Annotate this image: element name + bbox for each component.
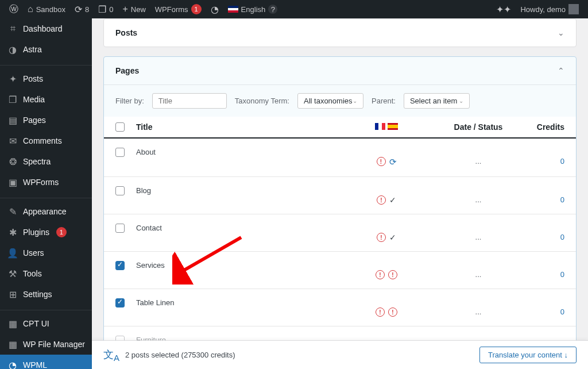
uk-flag-icon [228,6,238,13]
chevron-up-icon: ⌃ [558,66,564,75]
row-title[interactable]: About [136,148,156,156]
filter-bar: Filter by: Taxonomy Term: All taxonomies… [104,84,576,117]
taxonomy-select[interactable]: All taxonomies⌄ [297,93,363,109]
needs-translation-icon[interactable]: ! [388,308,397,317]
table-row: Services ! ! ... 0 [104,252,576,289]
menu-users[interactable]: 👤Users [0,243,92,263]
astra-icon: ◑ [7,44,18,55]
menu-settings[interactable]: ⊞Settings [0,284,92,305]
posts-panel-toggle[interactable]: Posts ⌄ [104,19,576,47]
posts-panel: Posts ⌄ [103,18,577,47]
menu-appearance[interactable]: ✎Appearance [0,201,92,222]
table-row: Blog ! ✓ ... 0 [104,177,576,214]
parent-select[interactable]: Select an item⌄ [404,93,470,109]
wp file manager-icon: ▦ [7,339,18,350]
needs-translation-icon[interactable]: ! [377,233,386,242]
pages-table: Title Date / Status Credits About ! ⟳ ..… [104,117,576,355]
row-title[interactable]: Blog [136,186,151,195]
row-status: ... [438,270,519,279]
menu-pages[interactable]: ▤Pages [0,110,92,130]
row-status: ... [438,195,519,204]
row-credits: 0 [519,270,564,279]
menu-dashboard[interactable]: ⌗Dashboard [0,18,92,39]
cpt ui-icon: ▦ [7,318,18,329]
select-all-checkbox[interactable] [115,122,125,132]
row-credits: 0 [519,308,564,316]
spectra-icon: ❂ [7,156,18,167]
row-credits: 0 [519,157,564,166]
selection-summary: 2 posts selected (275300 credits) [125,351,235,359]
admin-sidebar: ⌗Dashboard◑Astra✦Posts❐Media▤Pages✉Comme… [0,18,92,369]
menu-comments[interactable]: ✉Comments [0,130,92,151]
pages-panel-title: Pages [115,66,139,75]
howdy-user[interactable]: Howdy, demo [516,0,583,18]
wpml-bar[interactable]: ◔ [206,0,223,18]
users-icon: 👤 [7,247,18,259]
row-checkbox[interactable] [115,148,125,157]
row-checkbox[interactable] [115,261,125,270]
comments-count[interactable]: ❐0 [94,0,118,18]
footer-bar: 文A 2 posts selected (275300 credits) Tra… [92,340,588,369]
row-status: ... [438,157,519,166]
menu-wpml[interactable]: ◔WPML [0,355,92,369]
filter-title-input[interactable] [152,93,227,109]
new-content[interactable]: +New [118,0,150,18]
menu-media[interactable]: ❐Media [0,89,92,110]
menu-wpforms[interactable]: ▣WPForms [0,172,92,193]
needs-translation-icon[interactable]: ! [377,157,386,166]
parent-label: Parent: [372,97,396,105]
col-credits-header[interactable]: Credits [519,122,564,132]
menu-tools[interactable]: ⚒Tools [0,263,92,284]
site-name[interactable]: ⌂Sandbox [23,0,70,18]
wp-logo[interactable]: ⓦ [5,0,23,18]
check-icon[interactable]: ✓ [389,195,396,205]
needs-translation-icon[interactable]: ! [377,195,386,205]
menu-plugins[interactable]: ✱Plugins1 [0,222,92,243]
row-credits: 0 [519,233,564,241]
menu-posts[interactable]: ✦Posts [0,68,92,89]
es-flag-icon [388,123,398,130]
updates[interactable]: ⟳8 [70,0,94,18]
col-lang-header [335,122,438,132]
avatar-icon [568,4,579,14]
chevron-down-icon: ⌄ [558,28,564,37]
row-checkbox[interactable] [115,224,125,233]
needs-translation-icon[interactable]: ! [376,308,385,317]
menu-astra[interactable]: ◑Astra [0,39,92,60]
menu-cpt-ui[interactable]: ▦CPT UI [0,313,92,334]
fr-flag-icon [375,123,385,130]
pages-panel-toggle[interactable]: Pages ⌃ [104,57,576,84]
ai-sparkle[interactable]: ✦✦ [492,0,516,18]
table-header: Title Date / Status Credits [104,117,576,139]
dashboard-icon: ⌗ [7,23,18,34]
pages-panel: Pages ⌃ Filter by: Taxonomy Term: All ta… [103,56,577,355]
main-content: Posts ⌄ Pages ⌃ Filter by: Taxonomy Term… [92,18,588,369]
wpforms-icon: ▣ [7,176,18,188]
refresh-icon[interactable]: ⟳ [389,157,397,167]
row-checkbox[interactable] [115,186,125,195]
row-status: ... [438,233,519,241]
filter-by-label: Filter by: [115,97,144,105]
row-title[interactable]: Contact [136,224,162,232]
language-switcher[interactable]: English? [223,0,283,18]
col-title-header[interactable]: Title [136,122,335,132]
needs-translation-icon[interactable]: ! [388,270,397,279]
table-row: Table Linen ! ! ... 0 [104,289,576,326]
translate-button[interactable]: Translate your content ↓ [479,347,577,363]
menu-wp-file-manager[interactable]: ▦WP File Manager [0,334,92,355]
plugins-icon: ✱ [7,226,18,238]
table-row: About ! ⟳ ... 0 [104,139,576,177]
pages-icon: ▤ [7,114,18,126]
col-status-header[interactable]: Date / Status [438,122,519,132]
row-checkbox[interactable] [115,298,125,308]
row-title[interactable]: Table Linen [136,298,175,307]
needs-translation-icon[interactable]: ! [376,270,385,279]
settings-icon: ⊞ [7,289,18,300]
taxonomy-label: Taxonomy Term: [235,97,289,105]
menu-spectra[interactable]: ❂Spectra [0,151,92,172]
row-title[interactable]: Services [136,261,165,270]
check-icon[interactable]: ✓ [389,233,396,242]
translate-icon: 文A [103,348,119,363]
wpforms-bar[interactable]: WPForms1 [150,0,206,18]
comments-icon: ✉ [7,135,18,147]
